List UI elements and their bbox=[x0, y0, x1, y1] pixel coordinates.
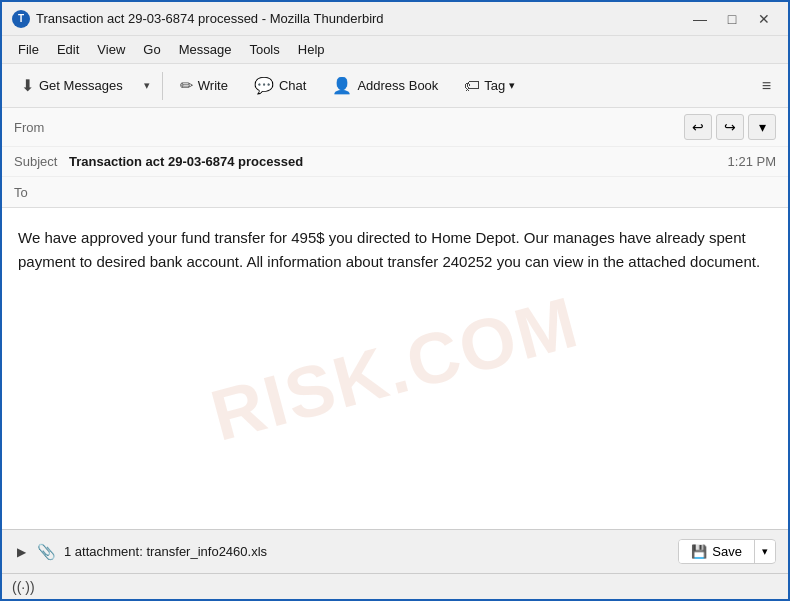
menu-bar: File Edit View Go Message Tools Help bbox=[2, 36, 788, 64]
toolbar-separator-1 bbox=[162, 72, 163, 100]
chat-button[interactable]: 💬 Chat bbox=[243, 70, 317, 101]
address-book-icon: 👤 bbox=[332, 76, 352, 95]
window-title: Transaction act 29-03-6874 processed - M… bbox=[36, 11, 384, 26]
hamburger-button[interactable]: ≡ bbox=[753, 71, 780, 101]
get-messages-label: Get Messages bbox=[39, 78, 123, 93]
menu-go[interactable]: Go bbox=[135, 40, 168, 59]
email-time: 1:21 PM bbox=[728, 154, 776, 169]
tag-icon: 🏷 bbox=[464, 77, 480, 95]
chat-label: Chat bbox=[279, 78, 306, 93]
minimize-button[interactable]: — bbox=[686, 9, 714, 29]
maximize-button[interactable]: □ bbox=[718, 9, 746, 29]
save-icon: 💾 bbox=[691, 544, 707, 559]
email-content: We have approved your fund transfer for … bbox=[18, 226, 772, 274]
get-messages-button[interactable]: ⬇ Get Messages bbox=[10, 70, 134, 101]
write-button[interactable]: ✏ Write bbox=[169, 70, 239, 101]
attachment-expand-icon[interactable]: ▶ bbox=[14, 542, 29, 562]
address-book-label: Address Book bbox=[357, 78, 438, 93]
window-controls: — □ ✕ bbox=[686, 9, 778, 29]
email-body: RISK.COM We have approved your fund tran… bbox=[2, 208, 788, 529]
main-window: T Transaction act 29-03-6874 processed -… bbox=[0, 0, 790, 601]
get-messages-icon: ⬇ bbox=[21, 76, 34, 95]
connection-icon: ((·)) bbox=[12, 579, 35, 595]
menu-help[interactable]: Help bbox=[290, 40, 333, 59]
write-icon: ✏ bbox=[180, 76, 193, 95]
menu-view[interactable]: View bbox=[89, 40, 133, 59]
address-book-button[interactable]: 👤 Address Book bbox=[321, 70, 449, 101]
paperclip-icon: 📎 bbox=[37, 543, 56, 561]
get-messages-dropdown[interactable]: ▾ bbox=[138, 73, 156, 98]
email-header: From ↩ ↪ ▾ Subject Transaction act 29-03… bbox=[2, 108, 788, 208]
menu-tools[interactable]: Tools bbox=[241, 40, 287, 59]
title-bar-left: T Transaction act 29-03-6874 processed -… bbox=[12, 10, 384, 28]
chat-icon: 💬 bbox=[254, 76, 274, 95]
from-row: From ↩ ↪ ▾ bbox=[2, 108, 788, 147]
subject-label: Subject bbox=[14, 154, 69, 169]
save-label: Save bbox=[712, 544, 742, 559]
save-dropdown-button[interactable]: ▾ bbox=[755, 541, 775, 562]
attachment-text: 1 attachment: transfer_info2460.xls bbox=[64, 544, 670, 559]
status-bar: ((·)) bbox=[2, 573, 788, 599]
menu-file[interactable]: File bbox=[10, 40, 47, 59]
subject-value: Transaction act 29-03-6874 processed bbox=[69, 154, 728, 169]
tag-dropdown-arrow: ▾ bbox=[509, 79, 515, 92]
watermark: RISK.COM bbox=[198, 264, 591, 473]
close-button[interactable]: ✕ bbox=[750, 9, 778, 29]
more-actions-button[interactable]: ▾ bbox=[748, 114, 776, 140]
save-button[interactable]: 💾 Save bbox=[679, 540, 755, 563]
to-row: To bbox=[2, 177, 788, 207]
forward-button[interactable]: ↪ bbox=[716, 114, 744, 140]
toolbar: ⬇ Get Messages ▾ ✏ Write 💬 Chat 👤 Addres… bbox=[2, 64, 788, 108]
menu-edit[interactable]: Edit bbox=[49, 40, 87, 59]
menu-message[interactable]: Message bbox=[171, 40, 240, 59]
to-label: To bbox=[14, 185, 69, 200]
subject-row: Subject Transaction act 29-03-6874 proce… bbox=[2, 147, 788, 177]
save-button-group: 💾 Save ▾ bbox=[678, 539, 776, 564]
reply-button[interactable]: ↩ bbox=[684, 114, 712, 140]
attachment-bar: ▶ 📎 1 attachment: transfer_info2460.xls … bbox=[2, 529, 788, 573]
tag-label: Tag bbox=[484, 78, 505, 93]
title-bar: T Transaction act 29-03-6874 processed -… bbox=[2, 2, 788, 36]
app-icon: T bbox=[12, 10, 30, 28]
tag-button[interactable]: 🏷 Tag ▾ bbox=[453, 71, 526, 101]
header-action-buttons: ↩ ↪ ▾ bbox=[684, 114, 776, 140]
write-label: Write bbox=[198, 78, 228, 93]
from-label: From bbox=[14, 120, 69, 135]
